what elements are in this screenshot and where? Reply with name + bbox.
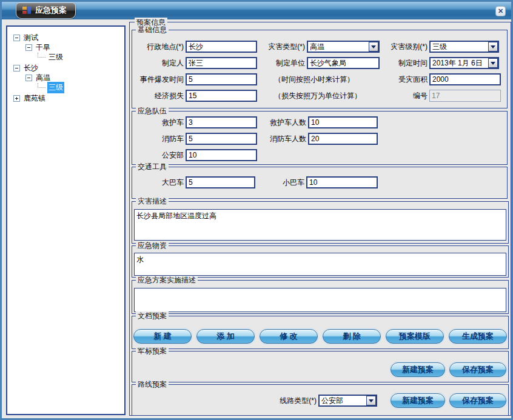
implementation-group-title: 应急方案实施描述 (136, 276, 198, 284)
tree-item-ceshi[interactable]: 测试 (10, 33, 122, 42)
plan-template-button[interactable]: 预案模版 (386, 329, 444, 344)
supplies-textarea[interactable]: 水 (134, 253, 506, 276)
modify-button[interactable]: 修 改 (260, 329, 318, 344)
window-tab[interactable]: 应急预案 (16, 2, 76, 19)
tree-item-label: 三级 (47, 52, 64, 63)
tree-connector-line (38, 53, 45, 58)
outbreak-time-label: 事件爆发时间 (134, 75, 184, 85)
tree-expander-minus-icon[interactable] (25, 75, 32, 81)
supplies-group: 应急物资 水 (132, 245, 509, 278)
disaster-level-select[interactable]: 三级 (429, 41, 499, 53)
route-save-plan-button[interactable]: 保存预案 (449, 393, 506, 408)
dropdown-arrow-icon[interactable] (488, 42, 498, 52)
tree-connector-line (38, 83, 45, 88)
plan-info-group: 预案信息 基础信息 行政地点(*) 灾害类型(*) 高温 灾害级别(*) 三级 (129, 22, 511, 416)
disaster-desc-group-title: 灾害描述 (136, 197, 169, 205)
tree-expander-minus-icon[interactable] (13, 65, 20, 72)
ambulance-staff-label: 救护车人数 (257, 118, 306, 128)
outbreak-time-input[interactable] (186, 73, 257, 85)
tree-expander-minus-icon[interactable] (13, 35, 20, 41)
disaster-level-label: 灾害级别(*) (380, 42, 428, 52)
tree-item-ganhan[interactable]: 干旱 (10, 42, 122, 52)
content-area: 测试 干旱 三级 长沙 高温 三级 (2, 19, 511, 418)
military-plan-group-title: 军标预案 (136, 347, 169, 355)
creator-input[interactable] (186, 57, 257, 69)
create-time-label: 制定时间 (380, 58, 428, 68)
ambulance-label: 救护车 (134, 118, 184, 128)
economic-loss-input[interactable] (186, 90, 257, 102)
small-bus-label: 小巴车 (255, 178, 304, 188)
tree-item-label-selected: 三级 (47, 82, 64, 93)
big-bus-input[interactable] (186, 176, 255, 188)
military-new-plan-button[interactable]: 新建预案 (391, 362, 445, 377)
implementation-textarea[interactable] (134, 288, 506, 312)
serial-number-input (429, 90, 501, 102)
police-input[interactable] (186, 149, 257, 161)
economic-loss-label: 经济损失 (134, 91, 184, 101)
fire-truck-staff-input[interactable] (308, 133, 378, 145)
tree-item-sanji-2-selected[interactable]: 三级 (10, 82, 122, 92)
close-icon: ✕ (498, 7, 503, 15)
disaster-type-select[interactable]: 高温 (307, 41, 380, 53)
basic-info-group: 基础信息 行政地点(*) 灾害类型(*) 高温 灾害级别(*) 三级 (132, 30, 508, 108)
plan-tree-panel: 测试 干旱 三级 长沙 高温 三级 (6, 25, 126, 415)
police-label: 公安部 (134, 150, 184, 161)
transport-group: 交通工具 大巴车 小巴车 (132, 167, 508, 199)
creator-label: 制定人 (134, 58, 184, 68)
route-plan-group: 路线预案 线路类型(*) 公安部 新建预案 保存预案 (132, 384, 509, 416)
disaster-desc-textarea[interactable]: 长沙县局部地区温度过高 (134, 209, 506, 241)
fire-truck-label: 消防车 (134, 134, 184, 144)
basic-info-group-title: 基础信息 (136, 25, 169, 34)
disaster-type-value: 高温 (308, 42, 378, 52)
economic-loss-hint: （损失按照万为单位计算） (274, 91, 389, 101)
dropdown-arrow-icon[interactable] (366, 396, 376, 405)
ambulance-input[interactable] (186, 116, 257, 128)
route-new-plan-button[interactable]: 新建预案 (391, 393, 445, 408)
app-window: 应急预案 ✕ 测试 干旱 三级 长沙 (0, 0, 513, 420)
affected-area-input[interactable] (429, 73, 501, 85)
outbreak-time-hint: （时间按照小时来计算） (274, 75, 389, 85)
fire-truck-input[interactable] (186, 133, 257, 145)
create-unit-label: 制定单位 (257, 58, 305, 68)
tree-item-sanji-1[interactable]: 三级 (10, 52, 122, 62)
window-title: 应急预案 (35, 5, 67, 16)
doc-plan-group: 文档预案 新 建 添 加 修 改 删 除 预案模版 生成预案 (132, 316, 509, 349)
delete-button[interactable]: 删 除 (323, 329, 381, 344)
dropdown-arrow-icon[interactable] (369, 42, 378, 52)
dropdown-arrow-icon[interactable] (488, 58, 498, 68)
emergency-team-group-title: 应急队伍 (136, 107, 169, 115)
admin-location-input[interactable] (186, 41, 257, 53)
affected-area-label: 受灾面积 (389, 75, 428, 85)
disaster-type-label: 灾害类型(*) (257, 42, 305, 52)
supplies-group-title: 应急物资 (136, 241, 169, 250)
disaster-desc-group: 灾害描述 长沙县局部地区温度过高 (132, 201, 509, 244)
transport-group-title: 交通工具 (136, 162, 169, 171)
big-bus-label: 大巴车 (134, 178, 184, 188)
implementation-group: 应急方案实施描述 (132, 280, 509, 314)
create-time-datepicker[interactable]: 2013年 1月 6日 (429, 57, 499, 69)
close-button[interactable]: ✕ (495, 6, 506, 16)
admin-location-label: 行政地点(*) (134, 42, 184, 52)
route-type-select[interactable]: 公安部 (318, 395, 377, 407)
doc-plan-group-title: 文档预案 (136, 312, 169, 320)
tree-item-label: 鹿苑镇 (22, 93, 47, 104)
tree-item-gaowen[interactable]: 高温 (10, 73, 122, 82)
small-bus-input[interactable] (306, 176, 378, 188)
create-unit-input[interactable] (307, 57, 380, 69)
fire-truck-staff-label: 消防车人数 (257, 134, 306, 144)
tree-item-luyuanzhen[interactable]: 鹿苑镇 (10, 93, 122, 103)
emergency-team-group: 应急队伍 救护车 救护车人数 消防车 消防车人数 公安部 (132, 111, 508, 165)
route-type-label: 线路类型(*) (267, 396, 317, 406)
titlebar: 应急预案 ✕ (2, 2, 511, 19)
military-plan-group: 军标预案 新建预案 保存预案 (132, 351, 509, 382)
tree-expander-minus-icon[interactable] (25, 44, 32, 51)
generate-plan-button[interactable]: 生成预案 (449, 329, 507, 344)
route-plan-group-title: 路线预案 (136, 380, 169, 388)
tree-expander-plus-icon[interactable] (13, 95, 20, 102)
military-save-plan-button[interactable]: 保存预案 (449, 362, 506, 377)
serial-number-label: 编号 (389, 91, 428, 101)
tree-item-changsha[interactable]: 长沙 (10, 63, 122, 73)
add-button[interactable]: 添 加 (196, 329, 255, 344)
ambulance-staff-input[interactable] (308, 116, 378, 128)
new-button[interactable]: 新 建 (133, 329, 192, 344)
